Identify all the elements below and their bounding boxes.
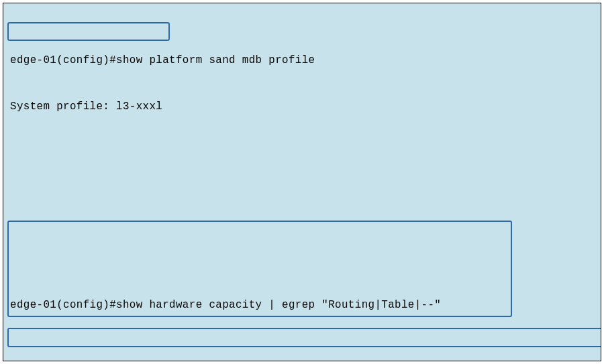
blank-2 — [3, 191, 601, 206]
cmd-line-2: edge-01(config)#show hardware capacity |… — [3, 298, 601, 313]
prompt: edge-01(config)# — [10, 54, 116, 66]
prompt: edge-01(config)# — [10, 299, 116, 311]
cmd-line-1: edge-01(config)#show platform sand mdb p… — [3, 53, 601, 68]
terminal[interactable]: edge-01(config)#show platform sand mdb p… — [3, 3, 601, 361]
command-1: show platform sand mdb profile — [116, 54, 315, 66]
table-header: Table Feature Chip Used Used Free — [3, 359, 601, 361]
blank-1 — [3, 145, 601, 160]
highlight-system-profile — [7, 22, 170, 41]
blank-3 — [3, 237, 601, 252]
output-system-profile: System profile: l3-xxxl — [3, 99, 601, 115]
command-2: show hardware capacity | egrep "Routing|… — [116, 299, 441, 311]
highlight-v4routes-row — [7, 328, 601, 347]
